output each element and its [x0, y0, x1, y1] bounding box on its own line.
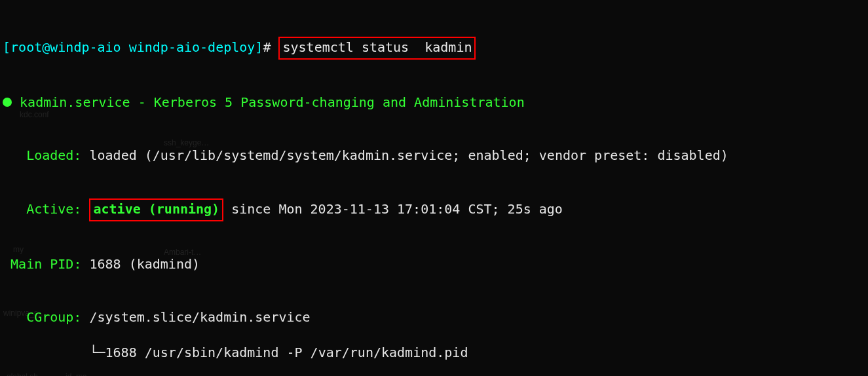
loaded-value: loaded (/usr/lib/systemd/system/kadmin.s… [81, 147, 728, 163]
prompt-hash: # [263, 39, 271, 55]
svc1-name: kadmin.service - Kerberos 5 Password-cha… [20, 94, 525, 110]
active-tail-1: since Mon 2023-11-13 17:01:04 CST; 25s a… [223, 201, 563, 217]
loaded-label: Loaded: [26, 147, 81, 163]
svc1-cgroup-tree: └─1688 /usr/sbin/kadmind -P /var/run/kad… [3, 344, 865, 362]
prompt-user: root [10, 39, 42, 55]
prompt-host: windp-aio [50, 39, 121, 55]
status-dot-icon [3, 98, 12, 107]
svc1-cgroup-line: CGroup: /system.slice/kadmin.service [3, 309, 865, 326]
active-label: Active: [26, 201, 81, 217]
command-1-text: systemctl status kadmin [282, 39, 472, 55]
cgroup-value: /system.slice/kadmin.service [81, 309, 310, 325]
prompt-path: windp-aio-deploy [129, 39, 255, 55]
svc1-mainpid-line: Main PID: 1688 (kadmind) [3, 255, 865, 273]
prompt-line-1: [root@windp-aio windp-aio-deploy]# syste… [3, 38, 865, 58]
prompt-at: @ [42, 39, 50, 55]
svc1-loaded-line: Loaded: loaded (/usr/lib/systemd/system/… [3, 147, 865, 164]
active-state-1: active (running) [93, 201, 219, 217]
mainpid-label: Main PID: [10, 256, 81, 272]
svc1-header: kadmin.service - Kerberos 5 Password-cha… [3, 94, 865, 111]
svc1-active-line: Active: active (running) since Mon 2023-… [3, 200, 865, 220]
prompt-bracket-open: [ [3, 39, 10, 55]
cgroup-label: CGroup: [26, 309, 81, 325]
highlight-command-1: systemctl status kadmin [278, 37, 476, 60]
terminal-output[interactable]: [root@windp-aio windp-aio-deploy]# syste… [0, 0, 868, 376]
prompt-bracket-close: ] [255, 39, 263, 55]
mainpid-value: 1688 (kadmind) [81, 256, 200, 272]
highlight-active-1: active (running) [89, 198, 223, 221]
cgroup-proc-line: └─1688 /usr/sbin/kadmind -P /var/run/kad… [89, 345, 468, 360]
